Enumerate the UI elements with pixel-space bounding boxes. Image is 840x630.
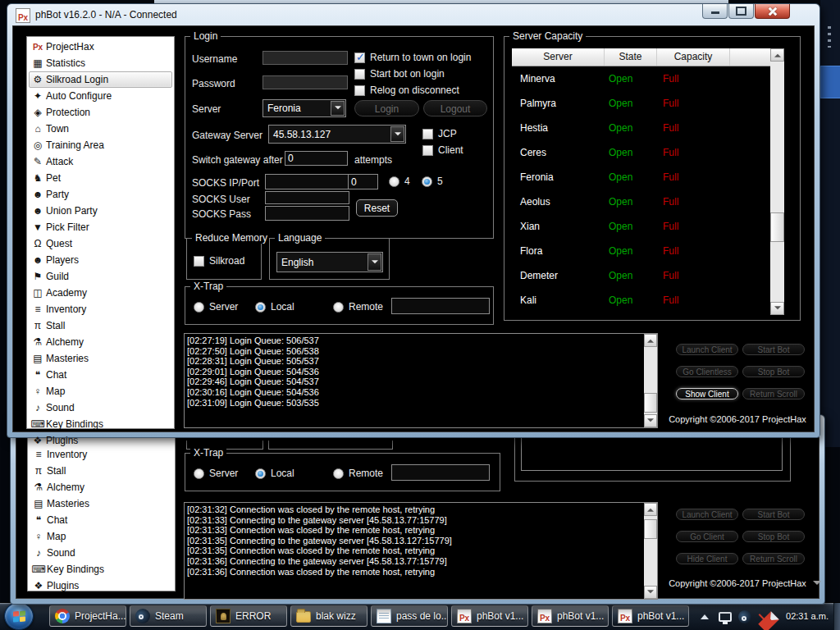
client-checkbox[interactable] (422, 145, 433, 156)
action-button[interactable]: Stop Bot (742, 531, 805, 542)
taskbar-button[interactable]: blak wizz (290, 605, 368, 627)
xtrap-server-radio[interactable] (194, 302, 204, 313)
titlebar[interactable]: Px phBot v16.2.0 - N/A - Connected (7, 4, 819, 25)
password-input[interactable] (262, 75, 348, 89)
reset-button[interactable]: Reset (356, 199, 398, 217)
logout-button[interactable]: Logout (423, 100, 487, 116)
taskbar-button[interactable]: Px phBot v1... (612, 605, 689, 627)
sidebar-item[interactable]: ▦ Statistics (29, 55, 172, 71)
chevron-down-icon[interactable] (390, 126, 404, 142)
sidebar-item[interactable]: ◫ Academy (29, 285, 172, 301)
sidebar-item[interactable]: ▤ Masteries (29, 350, 172, 367)
sidebar-item[interactable]: ☻ Players (29, 252, 172, 268)
action-button[interactable]: Launch Client (676, 509, 738, 520)
scroll-down-icon[interactable] (644, 414, 657, 427)
xtrap-local-radio[interactable] (255, 468, 266, 479)
column-header-state[interactable]: State (605, 48, 657, 66)
action-button[interactable]: Return Scroll (742, 553, 805, 564)
xtrap-remote-radio[interactable] (333, 468, 344, 479)
taskbar-button[interactable]: ERROR (210, 605, 287, 627)
scroll-up-icon[interactable] (770, 48, 784, 62)
socks-ip-input[interactable] (265, 174, 349, 189)
sidebar-item[interactable]: π Stall (30, 463, 173, 479)
switch-gateway-input[interactable] (285, 151, 348, 166)
sidebar-item[interactable]: ◈ Protection (29, 104, 172, 121)
action-button[interactable]: Go Clientless (676, 366, 738, 377)
sidebar-item[interactable]: Ω Quest (29, 235, 172, 252)
column-header-capacity[interactable]: Capacity (657, 48, 730, 66)
sidebar-item[interactable]: ◎ Training Area (29, 137, 172, 153)
server-row[interactable]: Palmyra Open Full (512, 91, 770, 116)
return-town-checkbox[interactable] (354, 52, 365, 63)
xtrap-remote-radio[interactable] (333, 302, 344, 313)
server-row[interactable]: Minerva Open Full (512, 66, 770, 91)
action-button[interactable]: Go Client (676, 531, 738, 542)
sidebar-item[interactable]: ☻ Union Party (29, 203, 172, 219)
sidebar-item[interactable]: ⌂ Town (29, 121, 172, 137)
chevron-down-icon[interactable] (331, 101, 345, 116)
socks-pass-input[interactable] (265, 206, 349, 221)
server-row[interactable]: Feronia Open Full (512, 165, 770, 189)
scrollbar-thumb[interactable] (644, 393, 657, 413)
sidebar-item[interactable]: ❖ Plugins (29, 432, 172, 449)
scrollbar-thumb[interactable] (644, 519, 657, 539)
sidebar-item[interactable]: ⌨ Key Bindings (29, 416, 172, 432)
sidebar-item[interactable]: ✦ Auto Configure (29, 88, 172, 104)
server-row[interactable]: Hestia Open Full (512, 116, 770, 140)
language-dropdown[interactable]: English (276, 252, 383, 272)
xtrap-remote-input[interactable] (391, 464, 490, 481)
server-row[interactable]: Kali Open Full (512, 288, 770, 313)
sidebar-item[interactable]: ♪ Sound (29, 399, 172, 416)
taskbar-clock[interactable]: 02:31 a.m. (786, 603, 829, 630)
scrollbar-thumb[interactable] (770, 212, 784, 242)
sidebar-item[interactable]: ♪ Sound (30, 545, 173, 561)
action-button[interactable]: Stop Bot (742, 366, 805, 377)
action-button[interactable]: Show Client (676, 388, 738, 399)
relog-checkbox[interactable] (354, 85, 365, 96)
chevron-down-icon[interactable] (368, 253, 381, 271)
sidebar-item[interactable]: ❝ Chat (29, 367, 172, 383)
sidebar-item[interactable]: ≡ Inventory (29, 301, 172, 317)
server-row[interactable]: Ceres Open Full (512, 140, 770, 165)
taskbar-button[interactable]: Px phBot v1... (532, 605, 609, 627)
start-button[interactable] (4, 602, 34, 630)
username-input[interactable] (262, 51, 348, 65)
socks-user-input[interactable] (265, 191, 349, 204)
sidebar-item[interactable]: Px ProjectHax (29, 39, 172, 55)
sidebar-item[interactable]: ▼ Pick Filter (29, 219, 172, 235)
sidebar-item[interactable]: ⌨ Key Bindings (30, 561, 173, 578)
scroll-up-icon[interactable] (644, 503, 657, 516)
login-button[interactable]: Login (354, 100, 419, 116)
minimize-button[interactable] (702, 4, 728, 19)
server-row[interactable]: Xian Open Full (512, 214, 770, 239)
sidebar-item[interactable]: ⚗ Alchemy (30, 479, 173, 495)
xtrap-local-radio[interactable] (255, 302, 266, 313)
gateway-server-dropdown[interactable]: 45.58.13.127 (268, 125, 406, 144)
scroll-up-icon[interactable] (644, 334, 657, 347)
sidebar-item[interactable]: ⚗ Alchemy (29, 334, 172, 350)
close-button[interactable] (755, 4, 790, 19)
sidebar-item[interactable]: ⚙ Silkroad Login (29, 71, 172, 88)
sidebar-item[interactable]: ⚑ Guild (29, 268, 172, 285)
log-scrollbar[interactable] (644, 503, 657, 599)
table-scrollbar[interactable] (770, 48, 784, 315)
socks-port-input[interactable] (348, 174, 378, 189)
taskbar-button[interactable]: pass de lo... (371, 605, 448, 627)
action-button[interactable]: Hide Client (676, 553, 738, 564)
taskbar-button[interactable]: ProjectHa... (49, 605, 126, 627)
server-row[interactable]: Aeolus Open Full (512, 189, 770, 214)
silkroad-checkbox[interactable] (194, 256, 204, 267)
tray-steam[interactable] (738, 603, 751, 630)
tray-volume[interactable] (758, 603, 773, 630)
taskbar-button[interactable]: Steam (130, 605, 207, 627)
show-desktop-button[interactable] (833, 603, 840, 630)
xtrap-server-radio[interactable] (194, 468, 204, 479)
action-button[interactable]: Start Bot (742, 509, 805, 520)
action-button[interactable]: Launch Client (676, 344, 738, 355)
sidebar-item[interactable]: ☻ Party (29, 186, 172, 203)
socks5-radio[interactable] (422, 176, 432, 187)
jcp-checkbox[interactable] (422, 129, 433, 139)
socks4-radio[interactable] (389, 176, 399, 187)
taskbar-button[interactable]: Px phBot v1... (451, 605, 528, 627)
dropdown-caret-icon[interactable] (813, 581, 821, 589)
